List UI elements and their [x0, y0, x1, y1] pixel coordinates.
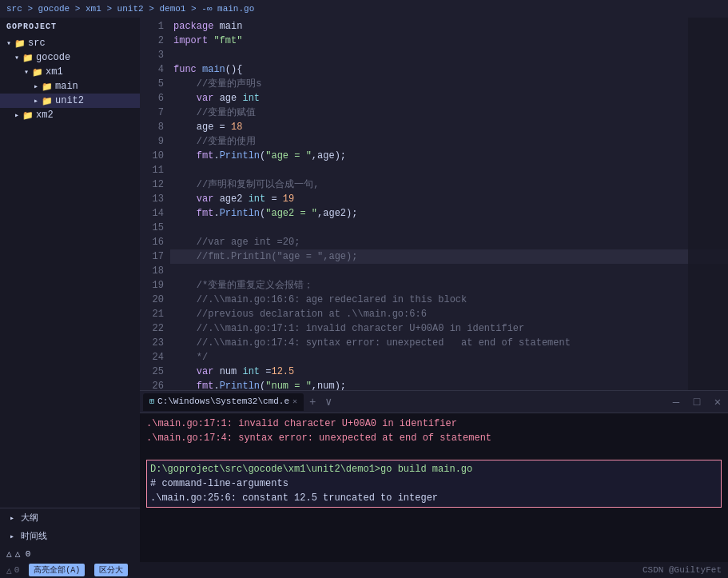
terminal-output-block: D:\goproject\src\gocode\xm1\unit2\demo1>… [146, 460, 722, 508]
sidebar-item-src[interactable]: ▾ 📁 src [0, 36, 140, 50]
terminal-window-controls: — □ ✕ [669, 395, 725, 409]
sidebar-bottom-panels: ▸ 大纲 ▸ 时间线 △ △ 0 [0, 508, 140, 562]
folder-icon: 📁 [42, 96, 53, 106]
code-line: fmt.Println("age2 = ",age2); [170, 206, 728, 221]
code-line: age = 18 [170, 120, 728, 134]
add-terminal-button[interactable]: + [305, 396, 320, 409]
sidebar-item-label: src [28, 38, 46, 49]
sidebar-item-xm2[interactable]: ▸ 📁 xm2 [0, 108, 140, 122]
status-left: △ 0 高亮全部(A) 区分大 [6, 564, 128, 576]
close-button[interactable]: ✕ [710, 395, 725, 409]
terminal-output-line1: # command-line-arguments [150, 476, 718, 491]
breadcrumb: src > gocode > xm1 > unit2 > demo1 > -∞ … [6, 4, 254, 14]
status-errors[interactable]: △ 0 [6, 565, 19, 576]
code-line: //变量的赋值 [170, 106, 728, 120]
sidebar-panel-errors[interactable]: △ △ 0 [0, 545, 140, 562]
code-line: import "fmt" [170, 34, 728, 48]
code-line: /*变量的重复定义会报错； [170, 278, 728, 293]
code-line [170, 264, 728, 278]
sidebar-item-label: main [55, 81, 78, 92]
terminal-body[interactable]: .\main.go:17:1: invalid character U+00A0… [140, 413, 728, 562]
chevron-right-icon: ▸ [6, 532, 18, 541]
chevron-right-icon: ▸ [30, 96, 42, 106]
code-line: //变量的声明s [170, 77, 728, 91]
code-line [170, 163, 728, 177]
sidebar-item-xm1[interactable]: ▾ 📁 xm1 [0, 65, 140, 79]
code-line: var age int [170, 91, 728, 106]
status-bar: △ 0 高亮全部(A) 区分大 CSDN @GuiltyFet [0, 562, 728, 578]
sidebar: GOPROJECT ▾ 📁 src ▾ 📁 gocode ▾ 📁 xm1 ▸ 📁 [0, 18, 140, 562]
top-bar: src > gocode > xm1 > unit2 > demo1 > -∞ … [0, 0, 728, 18]
chevron-down-icon: ▾ [3, 38, 14, 48]
code-line [170, 221, 728, 235]
code-line: //变量的使用 [170, 134, 728, 149]
warning-icon: △ [6, 565, 12, 576]
terminal-chevron-button[interactable]: ∨ [321, 395, 336, 409]
terminal-line-error2: .\main.go:17:4: syntax error: unexpected… [146, 431, 722, 445]
terminal-tab-close[interactable]: ✕ [292, 397, 297, 406]
code-editor[interactable]: 1 2 3 4 5 6 7 8 9 10 11 12 13 14 15 16 1… [140, 18, 728, 390]
line-numbers: 1 2 3 4 5 6 7 8 9 10 11 12 13 14 15 16 1… [140, 18, 170, 390]
terminal-output-line2: .\main.go:25:6: constant 12.5 truncated … [150, 491, 718, 505]
folder-icon: 📁 [32, 67, 43, 78]
folder-icon: 📁 [42, 82, 53, 92]
minimize-button[interactable]: — [669, 396, 683, 409]
error-count: 0 [14, 565, 20, 575]
panel-label: 大纲 [21, 512, 38, 524]
code-line: var age2 int = 19 [170, 192, 728, 206]
code-line: //.\\main.go:16:6: age redeclared in thi… [170, 293, 728, 307]
sidebar-item-unit2[interactable]: ▸ 📁 unit2 [0, 94, 140, 108]
sidebar-title: GOPROJECT [0, 18, 140, 36]
code-line: */ [170, 350, 728, 365]
code-line: //var age int =20; [170, 235, 728, 249]
code-line [170, 48, 728, 62]
code-line: //声明和复制可以合成一句, [170, 177, 728, 192]
code-line: //fmt.Println("age = ",age); [170, 249, 728, 264]
code-line: //.\\main.go:17:4: syntax error: unexpec… [170, 336, 728, 350]
sidebar-item-label: xm1 [46, 66, 63, 78]
warning-icon: △ [6, 548, 12, 559]
code-line: package main [170, 19, 728, 34]
terminal-tab-cmd[interactable]: ⊞ C:\Windows\System32\cmd.e ✕ [143, 393, 304, 411]
sidebar-item-label: xm2 [36, 110, 54, 121]
sidebar-item-label: gocode [36, 52, 70, 63]
terminal-line-error1: .\main.go:17:1: invalid character U+00A0… [146, 417, 722, 431]
sidebar-panel-outline[interactable]: ▸ 大纲 [0, 508, 140, 527]
chevron-right-icon: ▸ [11, 110, 22, 120]
terminal-tabs: ⊞ C:\Windows\System32\cmd.e ✕ + ∨ — □ ✕ [140, 391, 728, 413]
code-line: //previous declaration at .\\main.go:6:6 [170, 307, 728, 321]
terminal-panel: ⊞ C:\Windows\System32\cmd.e ✕ + ∨ — □ ✕ … [140, 390, 728, 562]
status-right: CSDN @GuiltyFet [642, 565, 722, 575]
folder-icon: 📁 [22, 110, 34, 121]
attribution-text: CSDN @GuiltyFet [642, 565, 722, 575]
code-line: fmt.Println("age = ",age); [170, 149, 728, 163]
chevron-down-icon: ▾ [21, 67, 32, 77]
chevron-right-icon: ▸ [6, 513, 18, 523]
chevron-right-icon: ▸ [30, 82, 42, 91]
folder-icon: 📁 [22, 53, 34, 63]
error-count: △ 0 [15, 548, 31, 559]
cmd-icon: ⊞ [149, 397, 154, 406]
sidebar-item-gocode[interactable]: ▾ 📁 gocode [0, 50, 140, 65]
editor-area: 1 2 3 4 5 6 7 8 9 10 11 12 13 14 15 16 1… [140, 18, 728, 562]
code-line: func main(){ [170, 62, 728, 77]
terminal-line-blank [146, 445, 722, 460]
sidebar-item-main[interactable]: ▸ 📁 main [0, 79, 140, 94]
terminal-tab-label: C:\Windows\System32\cmd.e [157, 397, 289, 406]
region-button[interactable]: 区分大 [94, 564, 128, 576]
panel-label: 时间线 [21, 530, 47, 542]
folder-icon: 📁 [14, 38, 26, 49]
highlight-all-button[interactable]: 高亮全部(A) [29, 564, 85, 576]
sidebar-panel-timeline[interactable]: ▸ 时间线 [0, 527, 140, 545]
code-line: var num int =12.5 [170, 365, 728, 379]
maximize-button[interactable]: □ [690, 396, 704, 409]
chevron-down-icon: ▾ [11, 53, 22, 62]
terminal-input-line: D:\goproject\src\gocode\xm1\unit2\demo1>… [150, 462, 718, 476]
code-line: fmt.Println("num = ",num); [170, 379, 728, 390]
sidebar-item-label: unit2 [55, 95, 84, 106]
code-content[interactable]: package main import "fmt" func main(){ /… [170, 18, 728, 390]
code-line: //.\\main.go:17:1: invalid character U+0… [170, 321, 728, 336]
minimap [688, 18, 728, 390]
